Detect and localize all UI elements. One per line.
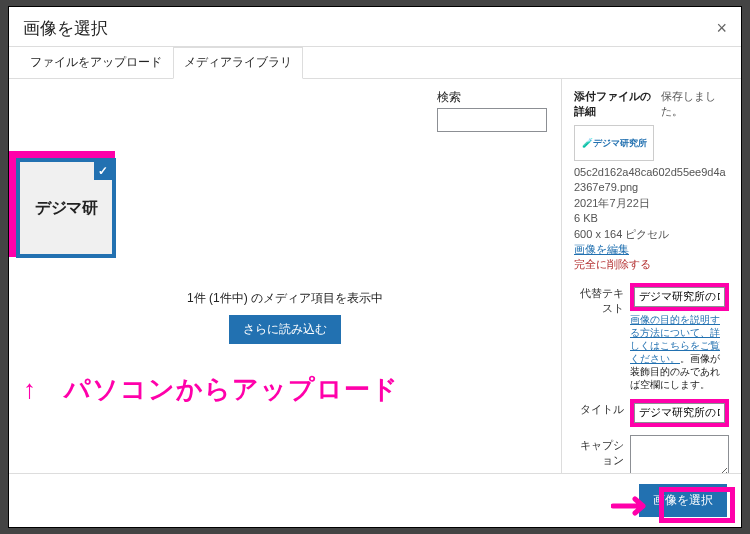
tab-media-library[interactable]: メディアライブラリ — [173, 47, 303, 79]
edit-image-link[interactable]: 画像を編集 — [574, 242, 729, 257]
meta-dims: 600 x 164 ピクセル — [574, 227, 729, 242]
alt-text-input[interactable] — [634, 287, 725, 307]
saved-status: 保存しました。 — [661, 89, 729, 119]
media-count-text: 1件 (1件中) のメディア項目を表示中 — [23, 290, 547, 307]
title-label: タイトル — [574, 399, 630, 427]
media-grid-area: 検索 デジマ研 ✓ 1件 (1件中) のメディア項目を表示中 さらに読み込む ↑… — [9, 79, 561, 473]
meta-date: 2021年7月22日 — [574, 196, 729, 211]
delete-permanently-link[interactable]: 完全に削除する — [574, 257, 729, 272]
select-image-button[interactable]: 画像を選択 — [639, 484, 727, 517]
attachment-details-sidebar: 添付ファイルの詳細 保存しました。 🧪デジマ研究所 05c2d162a48ca6… — [561, 79, 741, 473]
selected-check-icon: ✓ — [94, 162, 112, 180]
annotation-highlight-title — [630, 399, 729, 427]
tabs: ファイルをアップロード メディアライブラリ — [9, 47, 741, 79]
annotation-highlight-alt — [630, 283, 729, 311]
modal-title: 画像を選択 — [23, 17, 108, 40]
annotation-highlight-thumb: デジマ研 ✓ — [9, 151, 115, 257]
alt-text-label: 代替テキスト — [574, 283, 630, 391]
media-thumbnail[interactable]: デジマ研 ✓ — [16, 158, 116, 258]
search-label: 検索 — [437, 89, 547, 106]
annotation-text: ↑ パソコンからアップロード — [23, 372, 547, 407]
caption-label: キャプション — [574, 435, 630, 473]
thumbnail-text: デジマ研 — [35, 198, 97, 219]
alt-help-text: 画像の目的を説明する方法について、詳しくはこちらをご覧ください。。画像が装飾目的… — [630, 313, 729, 391]
tab-upload[interactable]: ファイルをアップロード — [19, 47, 173, 78]
load-more-button[interactable]: さらに読み込む — [229, 315, 341, 344]
sidebar-title: 添付ファイルの詳細 — [574, 89, 661, 119]
meta-filename: 05c2d162a48ca602d55ee9d4a2367e79.png — [574, 165, 729, 196]
title-input[interactable] — [634, 403, 725, 423]
meta-size: 6 KB — [574, 211, 729, 226]
caption-input[interactable] — [630, 435, 729, 473]
close-icon[interactable]: × — [716, 18, 727, 39]
search-input[interactable] — [437, 108, 547, 132]
attachment-preview: 🧪デジマ研究所 — [574, 125, 654, 161]
